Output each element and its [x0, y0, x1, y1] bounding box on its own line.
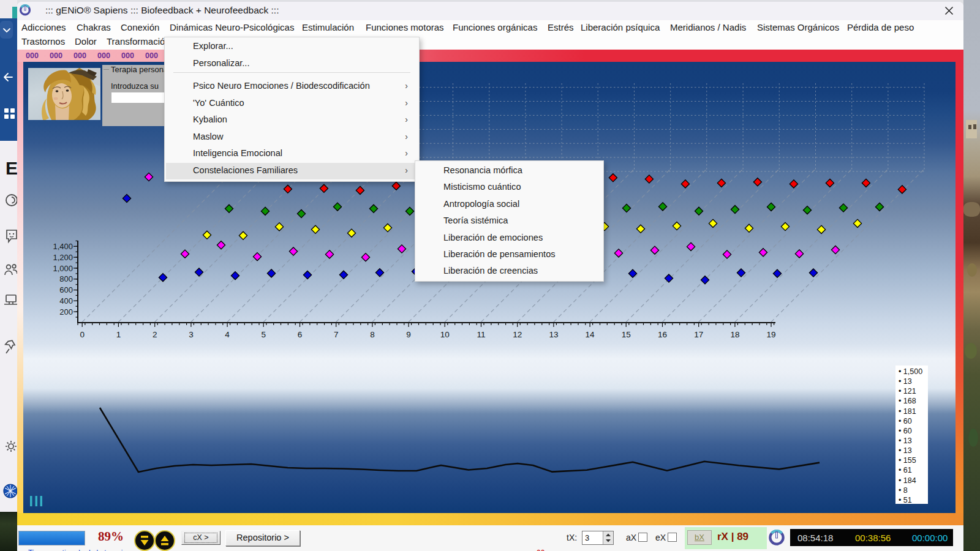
- svg-text:19: 19: [766, 330, 775, 339]
- svg-text:7: 7: [334, 330, 339, 339]
- svg-text:10: 10: [440, 330, 450, 339]
- svg-text:3: 3: [189, 330, 194, 339]
- svg-text:1,400: 1,400: [53, 242, 73, 251]
- svg-text:1: 1: [116, 330, 121, 339]
- svg-text:400: 400: [59, 296, 73, 305]
- svg-text:17: 17: [694, 330, 703, 339]
- svg-text:13: 13: [549, 330, 558, 339]
- svg-text:8: 8: [370, 330, 375, 339]
- svg-text:1,000: 1,000: [53, 264, 73, 273]
- svg-text:2: 2: [153, 330, 157, 339]
- svg-text:16: 16: [658, 330, 667, 339]
- svg-text:18: 18: [730, 330, 739, 339]
- svg-text:5: 5: [261, 330, 266, 339]
- svg-text:11: 11: [477, 330, 485, 339]
- svg-text:200: 200: [59, 307, 73, 317]
- svg-text:9: 9: [406, 330, 411, 339]
- svg-text:600: 600: [59, 285, 73, 294]
- svg-text:800: 800: [59, 274, 73, 283]
- svg-text:15: 15: [622, 330, 631, 339]
- svg-text:6: 6: [298, 330, 303, 339]
- svg-text:0: 0: [80, 330, 85, 339]
- svg-text:1,200: 1,200: [53, 253, 73, 262]
- svg-text:14: 14: [586, 330, 595, 339]
- svg-text:4: 4: [225, 330, 230, 339]
- svg-text:12: 12: [513, 330, 522, 339]
